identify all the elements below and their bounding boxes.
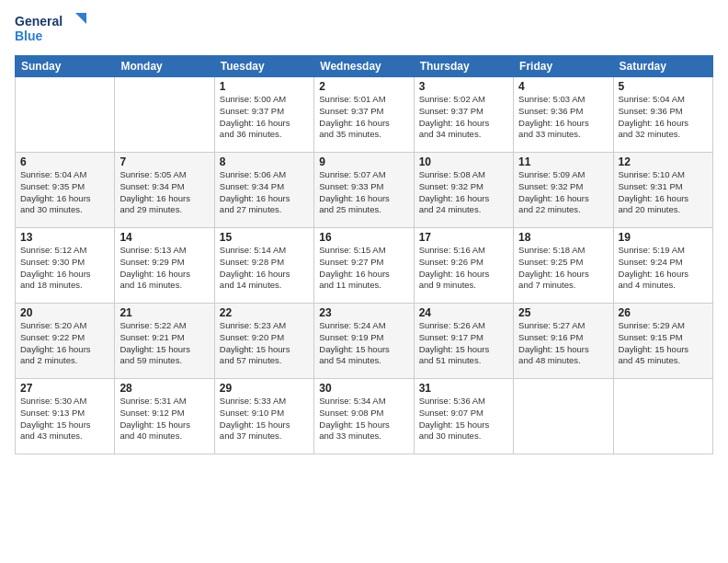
day-info: Sunrise: 5:34 AM Sunset: 9:08 PM Dayligh…: [319, 396, 408, 442]
day-number: 18: [518, 231, 608, 244]
day-info: Sunrise: 5:23 AM Sunset: 9:20 PM Dayligh…: [220, 320, 309, 367]
day-number: 19: [619, 231, 708, 244]
day-info: Sunrise: 5:24 AM Sunset: 9:19 PM Dayligh…: [319, 320, 408, 367]
weekday-header-friday: Friday: [514, 56, 613, 77]
weekday-header-wednesday: Wednesday: [314, 56, 414, 77]
calendar-cell: 25Sunrise: 5:27 AM Sunset: 9:16 PM Dayli…: [514, 304, 613, 379]
logo-svg: General Blue: [15, 11, 88, 48]
calendar-cell: 1Sunrise: 5:00 AM Sunset: 9:37 PM Daylig…: [214, 77, 313, 153]
calendar-week-3: 13Sunrise: 5:12 AM Sunset: 9:30 PM Dayli…: [16, 228, 713, 304]
calendar-cell: [115, 77, 214, 153]
day-info: Sunrise: 5:00 AM Sunset: 9:37 PM Dayligh…: [220, 94, 309, 141]
calendar-cell: 11Sunrise: 5:09 AM Sunset: 9:32 PM Dayli…: [514, 153, 613, 228]
calendar-cell: 5Sunrise: 5:04 AM Sunset: 9:36 PM Daylig…: [613, 77, 712, 153]
calendar-week-5: 27Sunrise: 5:30 AM Sunset: 9:13 PM Dayli…: [16, 379, 713, 454]
svg-text:Blue: Blue: [15, 29, 43, 43]
calendar-week-1: 1Sunrise: 5:00 AM Sunset: 9:37 PM Daylig…: [16, 77, 713, 153]
day-number: 3: [419, 80, 508, 93]
day-number: 16: [319, 231, 408, 244]
day-number: 28: [119, 382, 209, 395]
calendar-cell: 17Sunrise: 5:16 AM Sunset: 9:26 PM Dayli…: [414, 228, 513, 304]
day-number: 15: [220, 231, 309, 244]
calendar-cell: 20Sunrise: 5:20 AM Sunset: 9:22 PM Dayli…: [16, 304, 115, 379]
day-info: Sunrise: 5:12 AM Sunset: 9:30 PM Dayligh…: [20, 245, 109, 292]
calendar-cell: 24Sunrise: 5:26 AM Sunset: 9:17 PM Dayli…: [414, 304, 513, 379]
calendar-cell: 9Sunrise: 5:07 AM Sunset: 9:33 PM Daylig…: [314, 153, 414, 228]
calendar-cell: [16, 77, 115, 153]
day-info: Sunrise: 5:04 AM Sunset: 9:35 PM Dayligh…: [20, 169, 109, 216]
svg-text:General: General: [15, 14, 63, 29]
weekday-header-saturday: Saturday: [613, 56, 712, 77]
calendar-cell: [514, 379, 613, 454]
day-number: 14: [119, 231, 209, 244]
day-number: 9: [319, 155, 408, 168]
calendar-cell: 31Sunrise: 5:36 AM Sunset: 9:07 PM Dayli…: [414, 379, 513, 454]
day-info: Sunrise: 5:36 AM Sunset: 9:07 PM Dayligh…: [419, 396, 508, 442]
day-number: 23: [319, 306, 408, 319]
calendar-week-2: 6Sunrise: 5:04 AM Sunset: 9:35 PM Daylig…: [16, 153, 713, 228]
weekday-header-thursday: Thursday: [414, 56, 513, 77]
day-number: 13: [20, 231, 109, 244]
day-info: Sunrise: 5:03 AM Sunset: 9:36 PM Dayligh…: [518, 94, 608, 141]
day-number: 8: [220, 155, 309, 168]
calendar-cell: 26Sunrise: 5:29 AM Sunset: 9:15 PM Dayli…: [613, 304, 712, 379]
day-info: Sunrise: 5:26 AM Sunset: 9:17 PM Dayligh…: [419, 320, 508, 367]
day-info: Sunrise: 5:16 AM Sunset: 9:26 PM Dayligh…: [419, 245, 508, 292]
calendar-cell: 28Sunrise: 5:31 AM Sunset: 9:12 PM Dayli…: [115, 379, 214, 454]
weekday-header-tuesday: Tuesday: [214, 56, 313, 77]
calendar-cell: 27Sunrise: 5:30 AM Sunset: 9:13 PM Dayli…: [16, 379, 115, 454]
calendar-cell: 16Sunrise: 5:15 AM Sunset: 9:27 PM Dayli…: [314, 228, 414, 304]
calendar-cell: 29Sunrise: 5:33 AM Sunset: 9:10 PM Dayli…: [214, 379, 313, 454]
day-info: Sunrise: 5:30 AM Sunset: 9:13 PM Dayligh…: [20, 396, 109, 442]
weekday-header-sunday: Sunday: [16, 56, 115, 77]
day-number: 2: [319, 80, 408, 93]
day-info: Sunrise: 5:33 AM Sunset: 9:10 PM Dayligh…: [220, 396, 309, 442]
day-info: Sunrise: 5:07 AM Sunset: 9:33 PM Dayligh…: [319, 169, 408, 216]
day-info: Sunrise: 5:10 AM Sunset: 9:31 PM Dayligh…: [619, 169, 708, 216]
calendar-cell: 23Sunrise: 5:24 AM Sunset: 9:19 PM Dayli…: [314, 304, 414, 379]
day-number: 27: [20, 382, 109, 395]
calendar-cell: 12Sunrise: 5:10 AM Sunset: 9:31 PM Dayli…: [613, 153, 712, 228]
day-info: Sunrise: 5:22 AM Sunset: 9:21 PM Dayligh…: [119, 320, 209, 367]
calendar-cell: 22Sunrise: 5:23 AM Sunset: 9:20 PM Dayli…: [214, 304, 313, 379]
day-info: Sunrise: 5:20 AM Sunset: 9:22 PM Dayligh…: [20, 320, 109, 367]
day-number: 1: [220, 80, 309, 93]
day-info: Sunrise: 5:18 AM Sunset: 9:25 PM Dayligh…: [518, 245, 608, 292]
day-number: 5: [619, 80, 708, 93]
calendar-cell: 15Sunrise: 5:14 AM Sunset: 9:28 PM Dayli…: [214, 228, 313, 304]
calendar-cell: 2Sunrise: 5:01 AM Sunset: 9:37 PM Daylig…: [314, 77, 414, 153]
day-info: Sunrise: 5:05 AM Sunset: 9:34 PM Dayligh…: [119, 169, 209, 216]
day-number: 17: [419, 231, 508, 244]
day-number: 26: [619, 306, 708, 319]
day-info: Sunrise: 5:09 AM Sunset: 9:32 PM Dayligh…: [518, 169, 608, 216]
day-info: Sunrise: 5:27 AM Sunset: 9:16 PM Dayligh…: [518, 320, 608, 367]
day-number: 22: [220, 306, 309, 319]
day-info: Sunrise: 5:08 AM Sunset: 9:32 PM Dayligh…: [419, 169, 508, 216]
day-number: 31: [419, 382, 508, 395]
day-number: 30: [319, 382, 408, 395]
calendar-cell: 3Sunrise: 5:02 AM Sunset: 9:37 PM Daylig…: [414, 77, 513, 153]
weekday-header-monday: Monday: [115, 56, 214, 77]
day-info: Sunrise: 5:13 AM Sunset: 9:29 PM Dayligh…: [119, 245, 209, 292]
calendar-cell: 4Sunrise: 5:03 AM Sunset: 9:36 PM Daylig…: [514, 77, 613, 153]
day-number: 24: [419, 306, 508, 319]
logo: General Blue: [15, 11, 88, 48]
day-info: Sunrise: 5:06 AM Sunset: 9:34 PM Dayligh…: [220, 169, 309, 216]
day-number: 7: [119, 155, 209, 168]
day-info: Sunrise: 5:04 AM Sunset: 9:36 PM Dayligh…: [619, 94, 708, 141]
calendar-cell: 7Sunrise: 5:05 AM Sunset: 9:34 PM Daylig…: [115, 153, 214, 228]
day-number: 12: [619, 155, 708, 168]
calendar-cell: [613, 379, 712, 454]
day-number: 11: [518, 155, 608, 168]
day-info: Sunrise: 5:19 AM Sunset: 9:24 PM Dayligh…: [619, 245, 708, 292]
day-number: 10: [419, 155, 508, 168]
weekday-header-row: SundayMondayTuesdayWednesdayThursdayFrid…: [16, 56, 713, 77]
day-number: 29: [220, 382, 309, 395]
day-number: 21: [119, 306, 209, 319]
calendar-cell: 10Sunrise: 5:08 AM Sunset: 9:32 PM Dayli…: [414, 153, 513, 228]
calendar-week-4: 20Sunrise: 5:20 AM Sunset: 9:22 PM Dayli…: [16, 304, 713, 379]
calendar-cell: 21Sunrise: 5:22 AM Sunset: 9:21 PM Dayli…: [115, 304, 214, 379]
day-number: 20: [20, 306, 109, 319]
day-number: 25: [518, 306, 608, 319]
day-info: Sunrise: 5:14 AM Sunset: 9:28 PM Dayligh…: [220, 245, 309, 292]
